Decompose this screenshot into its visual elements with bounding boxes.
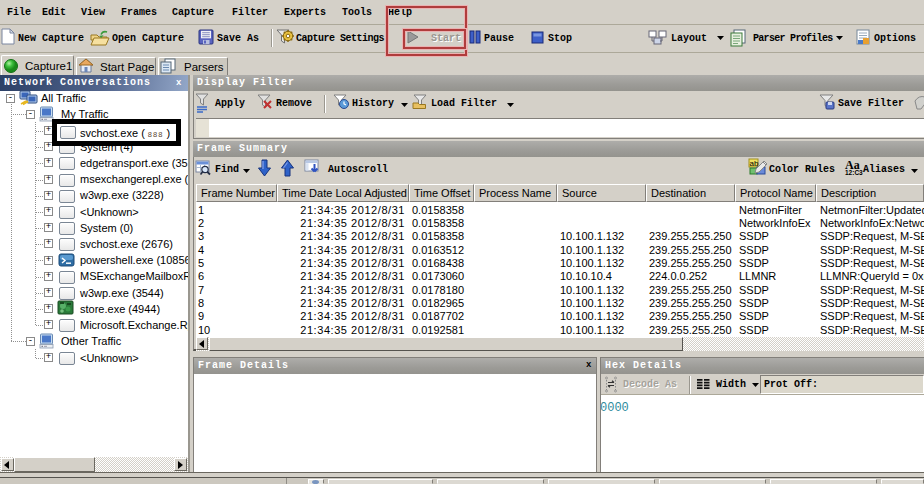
svg-text:12:C3: 12:C3 — [845, 169, 863, 176]
